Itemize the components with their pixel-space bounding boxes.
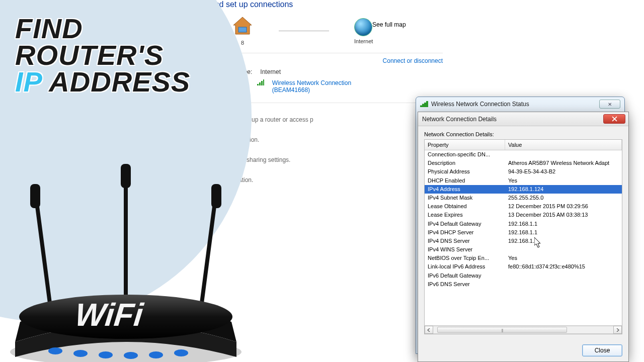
svg-rect-7 bbox=[121, 164, 131, 188]
table-row[interactable]: Physical Address94-39-E5-34-43-B2 bbox=[425, 167, 622, 176]
dialog-title: Network Connection Details bbox=[421, 116, 603, 123]
svg-point-14 bbox=[124, 352, 138, 359]
property-cell: IPv4 DHCP Server bbox=[425, 229, 505, 236]
access-type-value: Internet bbox=[260, 68, 281, 75]
property-cell: Lease Expires bbox=[425, 212, 505, 218]
computer-icon bbox=[231, 16, 254, 36]
value-cell: 192.168.1.1 bbox=[505, 238, 622, 244]
status-window-title: Wireless Network Connection Status bbox=[431, 101, 599, 108]
svg-line-3 bbox=[35, 191, 50, 307]
table-row[interactable]: IPv6 DNS Server bbox=[425, 280, 622, 289]
thumbnail-title: FIND ROUTER'S IP ADDRESS bbox=[15, 15, 190, 96]
property-cell: Physical Address bbox=[425, 168, 505, 175]
internet-label: Internet bbox=[354, 38, 373, 44]
details-caption: Network Connection Details: bbox=[424, 131, 622, 137]
table-row[interactable]: Lease Obtained12 December 2015 PM 03:29:… bbox=[425, 202, 622, 211]
horizontal-scrollbar[interactable] bbox=[425, 325, 622, 334]
value-cell bbox=[505, 273, 622, 279]
router-illustration: WiFi bbox=[0, 156, 272, 362]
table-row[interactable]: IPv4 WINS Server bbox=[425, 245, 622, 254]
table-row[interactable]: Lease Expires13 December 2015 AM 03:38:1… bbox=[425, 211, 622, 219]
svg-rect-6 bbox=[30, 184, 40, 208]
property-cell: Link-local IPv6 Address bbox=[425, 263, 505, 270]
svg-point-13 bbox=[99, 351, 113, 358]
scrollbar-thumb[interactable] bbox=[437, 327, 567, 333]
property-cell: DHCP Enabled bbox=[425, 177, 505, 184]
value-cell: 192.168.1.124 bbox=[505, 186, 622, 193]
connection-line-icon bbox=[279, 31, 329, 31]
value-cell: 12 December 2015 PM 03:29:56 bbox=[505, 203, 622, 210]
property-cell: IPv4 Address bbox=[425, 186, 505, 193]
scroll-right-icon[interactable] bbox=[613, 326, 622, 334]
value-cell: 255.255.255.0 bbox=[505, 195, 622, 201]
property-cell: IPv4 WINS Server bbox=[425, 246, 505, 253]
table-row[interactable]: IPv6 Default Gateway bbox=[425, 272, 622, 280]
svg-point-16 bbox=[174, 349, 188, 356]
value-cell: Yes bbox=[505, 177, 622, 184]
value-cell bbox=[505, 151, 622, 158]
table-row[interactable]: IPv4 DNS Server192.168.1.1 bbox=[425, 237, 622, 245]
table-row[interactable]: NetBIOS over Tcpip En...Yes bbox=[425, 254, 622, 262]
value-cell: 192.168.1.1 bbox=[505, 221, 622, 227]
see-full-map-link[interactable]: See full map bbox=[372, 21, 406, 28]
details-grid: Property Value Connection-specific DN...… bbox=[424, 139, 622, 334]
text-fragment: onnection. bbox=[231, 136, 443, 143]
property-cell: IPv4 Subnet Mask bbox=[425, 195, 505, 201]
value-cell: 13 December 2015 AM 03:38:13 bbox=[505, 212, 622, 218]
signal-icon bbox=[420, 101, 428, 107]
table-row[interactable]: Connection-specific DN... bbox=[425, 150, 622, 159]
table-row[interactable]: IPv4 DHCP Server192.168.1.1 bbox=[425, 228, 622, 237]
svg-point-12 bbox=[73, 350, 88, 357]
value-cell: 94-39-E5-34-43-B2 bbox=[505, 168, 622, 175]
property-cell: IPv6 Default Gateway bbox=[425, 273, 505, 279]
svg-rect-1 bbox=[238, 27, 247, 32]
property-cell: IPv6 DNS Server bbox=[425, 281, 505, 288]
table-row[interactable]: IPv4 Default Gateway192.168.1.1 bbox=[425, 220, 622, 228]
property-cell: Lease Obtained bbox=[425, 203, 505, 210]
close-icon[interactable] bbox=[603, 114, 625, 124]
close-icon[interactable]: ✕ bbox=[599, 100, 620, 109]
value-cell: Atheros AR5B97 Wireless Network Adapt bbox=[505, 160, 622, 166]
svg-line-5 bbox=[201, 191, 216, 307]
column-header-property[interactable]: Property bbox=[425, 140, 505, 150]
value-cell: Yes bbox=[505, 255, 622, 261]
property-cell: IPv4 DNS Server bbox=[425, 238, 505, 244]
svg-rect-8 bbox=[211, 184, 221, 208]
close-button[interactable]: Close bbox=[582, 344, 622, 356]
value-cell: fe80::68d1:d374:2f3c:e480%15 bbox=[505, 263, 622, 270]
svg-point-15 bbox=[149, 351, 163, 358]
table-row[interactable]: DHCP EnabledYes bbox=[425, 176, 622, 185]
value-cell bbox=[505, 281, 622, 288]
text-fragment: ; or set up a router or access p bbox=[231, 116, 443, 123]
property-cell: NetBIOS over Tcpip En... bbox=[425, 255, 505, 261]
svg-text:WiFi: WiFi bbox=[73, 297, 145, 333]
property-cell: IPv4 Default Gateway bbox=[425, 221, 505, 227]
table-row[interactable]: Link-local IPv6 Addressfe80::68d1:d374:2… bbox=[425, 262, 622, 271]
value-cell: 192.168.1.1 bbox=[505, 229, 622, 236]
table-row[interactable]: IPv4 Subnet Mask255.255.255.0 bbox=[425, 194, 622, 202]
connect-disconnect-link[interactable]: Connect or disconnect bbox=[383, 57, 443, 64]
network-details-dialog: Network Connection Details Network Conne… bbox=[418, 112, 629, 362]
internet-icon bbox=[354, 18, 372, 36]
value-cell bbox=[505, 246, 622, 253]
property-cell: Description bbox=[425, 160, 505, 166]
table-row[interactable]: IPv4 Address192.168.1.124 bbox=[425, 185, 622, 194]
svg-point-11 bbox=[48, 347, 62, 354]
table-row[interactable]: DescriptionAtheros AR5B97 Wireless Netwo… bbox=[425, 159, 622, 167]
property-cell: Connection-specific DN... bbox=[425, 151, 505, 158]
wireless-ssid-link[interactable]: (BEAM41668) bbox=[272, 86, 310, 94]
signal-icon bbox=[257, 79, 264, 85]
wireless-connection-link[interactable]: Wireless Network Connection bbox=[272, 79, 351, 86]
column-header-value[interactable]: Value bbox=[505, 140, 622, 150]
scroll-left-icon[interactable] bbox=[425, 326, 433, 334]
